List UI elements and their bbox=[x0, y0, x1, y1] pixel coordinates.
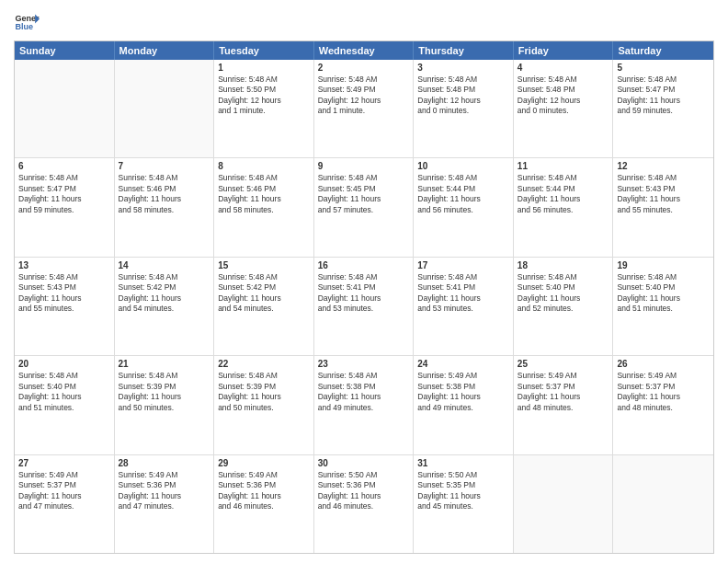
header-friday: Friday bbox=[514, 41, 614, 60]
header-saturday: Saturday bbox=[613, 41, 713, 60]
header: General Blue bbox=[14, 9, 714, 35]
day-info: Sunrise: 5:48 AM Sunset: 5:43 PM Dayligh… bbox=[18, 272, 110, 315]
day-number: 13 bbox=[18, 260, 110, 270]
day-info: Sunrise: 5:48 AM Sunset: 5:40 PM Dayligh… bbox=[617, 272, 710, 315]
day-cell bbox=[15, 60, 115, 157]
day-info: Sunrise: 5:49 AM Sunset: 5:36 PM Dayligh… bbox=[119, 470, 210, 512]
day-info: Sunrise: 5:48 AM Sunset: 5:41 PM Dayligh… bbox=[417, 272, 509, 315]
day-info: Sunrise: 5:48 AM Sunset: 5:48 PM Dayligh… bbox=[417, 75, 509, 117]
day-info: Sunrise: 5:48 AM Sunset: 5:40 PM Dayligh… bbox=[518, 272, 609, 315]
day-info: Sunrise: 5:48 AM Sunset: 5:39 PM Dayligh… bbox=[218, 371, 310, 413]
day-info: Sunrise: 5:48 AM Sunset: 5:46 PM Dayligh… bbox=[119, 173, 210, 215]
day-cell: 5Sunrise: 5:48 AM Sunset: 5:47 PM Daylig… bbox=[613, 60, 713, 157]
day-headers: Sunday Monday Tuesday Wednesday Thursday… bbox=[15, 41, 713, 60]
day-cell: 27Sunrise: 5:49 AM Sunset: 5:37 PM Dayli… bbox=[15, 455, 115, 553]
day-number: 12 bbox=[617, 161, 710, 171]
day-number: 2 bbox=[318, 63, 410, 73]
day-cell bbox=[613, 455, 713, 553]
day-cell: 9Sunrise: 5:48 AM Sunset: 5:45 PM Daylig… bbox=[314, 158, 415, 256]
day-number: 31 bbox=[417, 458, 509, 468]
day-number: 8 bbox=[218, 161, 310, 171]
day-number: 14 bbox=[119, 260, 210, 270]
day-cell: 16Sunrise: 5:48 AM Sunset: 5:41 PM Dayli… bbox=[314, 258, 415, 355]
day-number: 15 bbox=[218, 260, 310, 270]
day-number: 27 bbox=[18, 458, 110, 468]
logo: General Blue bbox=[14, 9, 40, 35]
day-cell: 3Sunrise: 5:48 AM Sunset: 5:48 PM Daylig… bbox=[414, 60, 514, 157]
day-number: 10 bbox=[417, 161, 509, 171]
day-cell: 11Sunrise: 5:48 AM Sunset: 5:44 PM Dayli… bbox=[514, 158, 614, 256]
day-info: Sunrise: 5:49 AM Sunset: 5:37 PM Dayligh… bbox=[518, 371, 609, 413]
day-number: 9 bbox=[318, 161, 410, 171]
day-info: Sunrise: 5:48 AM Sunset: 5:44 PM Dayligh… bbox=[417, 173, 509, 215]
header-monday: Monday bbox=[115, 41, 215, 60]
day-cell: 13Sunrise: 5:48 AM Sunset: 5:43 PM Dayli… bbox=[15, 258, 115, 355]
day-cell: 25Sunrise: 5:49 AM Sunset: 5:37 PM Dayli… bbox=[514, 356, 614, 454]
day-number: 25 bbox=[518, 359, 609, 369]
day-number: 23 bbox=[318, 359, 410, 369]
day-cell: 31Sunrise: 5:50 AM Sunset: 5:35 PM Dayli… bbox=[414, 455, 514, 553]
svg-text:Blue: Blue bbox=[15, 22, 33, 31]
header-sunday: Sunday bbox=[15, 41, 115, 60]
day-number: 17 bbox=[417, 260, 509, 270]
day-number: 11 bbox=[518, 161, 609, 171]
day-info: Sunrise: 5:48 AM Sunset: 5:40 PM Dayligh… bbox=[18, 371, 110, 413]
day-cell: 4Sunrise: 5:48 AM Sunset: 5:48 PM Daylig… bbox=[514, 60, 614, 157]
day-number: 19 bbox=[617, 260, 710, 270]
day-info: Sunrise: 5:48 AM Sunset: 5:45 PM Dayligh… bbox=[318, 173, 410, 215]
day-info: Sunrise: 5:50 AM Sunset: 5:35 PM Dayligh… bbox=[417, 470, 509, 512]
day-info: Sunrise: 5:48 AM Sunset: 5:42 PM Dayligh… bbox=[218, 272, 310, 315]
calendar: Sunday Monday Tuesday Wednesday Thursday… bbox=[14, 40, 714, 554]
day-info: Sunrise: 5:49 AM Sunset: 5:37 PM Dayligh… bbox=[18, 470, 110, 512]
day-number: 29 bbox=[218, 458, 310, 468]
day-number: 6 bbox=[18, 161, 110, 171]
day-info: Sunrise: 5:48 AM Sunset: 5:38 PM Dayligh… bbox=[318, 371, 410, 413]
day-number: 26 bbox=[617, 359, 710, 369]
week-row-3: 13Sunrise: 5:48 AM Sunset: 5:43 PM Dayli… bbox=[15, 258, 713, 356]
day-info: Sunrise: 5:49 AM Sunset: 5:36 PM Dayligh… bbox=[218, 470, 310, 512]
day-number: 16 bbox=[318, 260, 410, 270]
day-info: Sunrise: 5:49 AM Sunset: 5:38 PM Dayligh… bbox=[417, 371, 509, 413]
day-cell: 28Sunrise: 5:49 AM Sunset: 5:36 PM Dayli… bbox=[115, 455, 215, 553]
header-thursday: Thursday bbox=[414, 41, 514, 60]
day-cell: 19Sunrise: 5:48 AM Sunset: 5:40 PM Dayli… bbox=[613, 258, 713, 355]
day-cell: 24Sunrise: 5:49 AM Sunset: 5:38 PM Dayli… bbox=[414, 356, 514, 454]
day-cell: 23Sunrise: 5:48 AM Sunset: 5:38 PM Dayli… bbox=[314, 356, 415, 454]
day-info: Sunrise: 5:48 AM Sunset: 5:39 PM Dayligh… bbox=[119, 371, 210, 413]
day-cell: 12Sunrise: 5:48 AM Sunset: 5:43 PM Dayli… bbox=[613, 158, 713, 256]
day-cell bbox=[514, 455, 614, 553]
day-number: 24 bbox=[417, 359, 509, 369]
day-number: 5 bbox=[617, 63, 710, 73]
page: General Blue Sunday Monday Tuesday Wedne… bbox=[0, 0, 728, 563]
day-cell: 22Sunrise: 5:48 AM Sunset: 5:39 PM Dayli… bbox=[214, 356, 314, 454]
day-cell: 7Sunrise: 5:48 AM Sunset: 5:46 PM Daylig… bbox=[115, 158, 215, 256]
day-info: Sunrise: 5:48 AM Sunset: 5:47 PM Dayligh… bbox=[617, 75, 710, 117]
day-cell: 15Sunrise: 5:48 AM Sunset: 5:42 PM Dayli… bbox=[214, 258, 314, 355]
day-info: Sunrise: 5:48 AM Sunset: 5:42 PM Dayligh… bbox=[119, 272, 210, 315]
day-info: Sunrise: 5:48 AM Sunset: 5:50 PM Dayligh… bbox=[218, 75, 310, 117]
day-cell bbox=[115, 60, 215, 157]
day-cell: 20Sunrise: 5:48 AM Sunset: 5:40 PM Dayli… bbox=[15, 356, 115, 454]
day-info: Sunrise: 5:48 AM Sunset: 5:44 PM Dayligh… bbox=[518, 173, 609, 215]
day-number: 30 bbox=[318, 458, 410, 468]
day-number: 1 bbox=[218, 63, 310, 73]
day-number: 22 bbox=[218, 359, 310, 369]
logo-icon: General Blue bbox=[14, 9, 40, 35]
day-cell: 26Sunrise: 5:49 AM Sunset: 5:37 PM Dayli… bbox=[613, 356, 713, 454]
day-cell: 6Sunrise: 5:48 AM Sunset: 5:47 PM Daylig… bbox=[15, 158, 115, 256]
week-row-5: 27Sunrise: 5:49 AM Sunset: 5:37 PM Dayli… bbox=[15, 455, 713, 553]
day-cell: 21Sunrise: 5:48 AM Sunset: 5:39 PM Dayli… bbox=[115, 356, 215, 454]
day-number: 18 bbox=[518, 260, 609, 270]
day-info: Sunrise: 5:48 AM Sunset: 5:47 PM Dayligh… bbox=[18, 173, 110, 215]
day-cell: 8Sunrise: 5:48 AM Sunset: 5:46 PM Daylig… bbox=[214, 158, 314, 256]
day-info: Sunrise: 5:48 AM Sunset: 5:41 PM Dayligh… bbox=[318, 272, 410, 315]
day-info: Sunrise: 5:48 AM Sunset: 5:46 PM Dayligh… bbox=[218, 173, 310, 215]
day-cell: 2Sunrise: 5:48 AM Sunset: 5:49 PM Daylig… bbox=[314, 60, 415, 157]
day-cell: 18Sunrise: 5:48 AM Sunset: 5:40 PM Dayli… bbox=[514, 258, 614, 355]
day-number: 4 bbox=[518, 63, 609, 73]
day-cell: 14Sunrise: 5:48 AM Sunset: 5:42 PM Dayli… bbox=[115, 258, 215, 355]
day-cell: 17Sunrise: 5:48 AM Sunset: 5:41 PM Dayli… bbox=[414, 258, 514, 355]
week-row-1: 1Sunrise: 5:48 AM Sunset: 5:50 PM Daylig… bbox=[15, 60, 713, 158]
weeks: 1Sunrise: 5:48 AM Sunset: 5:50 PM Daylig… bbox=[15, 60, 713, 553]
day-cell: 30Sunrise: 5:50 AM Sunset: 5:36 PM Dayli… bbox=[314, 455, 415, 553]
